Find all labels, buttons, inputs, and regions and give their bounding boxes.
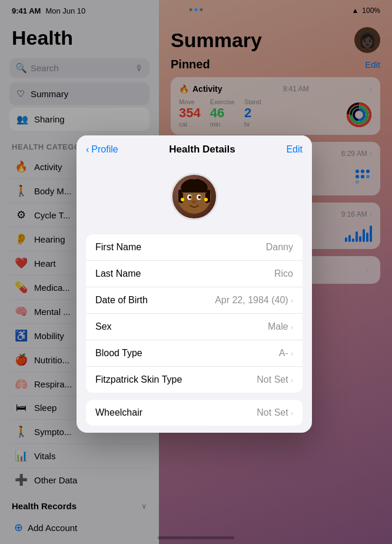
svg-rect-11 (205, 193, 208, 203)
back-chevron-icon: ‹ (86, 144, 89, 155)
sex-row[interactable]: Sex Male › (86, 314, 303, 340)
avatar-image (172, 175, 216, 218)
first-name-value: Danny (266, 242, 293, 253)
svg-point-18 (204, 198, 208, 201)
dot2 (195, 8, 198, 11)
top-dots (190, 8, 203, 11)
wheelchair-label: Wheelchair (95, 407, 142, 418)
dob-label: Date of Birth (95, 295, 148, 306)
last-name-row[interactable]: Last Name Rico (86, 261, 303, 287)
wheelchair-row[interactable]: Wheelchair Not Set › (86, 400, 303, 426)
first-name-label: First Name (95, 242, 141, 253)
last-name-label: Last Name (95, 268, 141, 279)
modal-avatar[interactable] (171, 173, 218, 220)
skin-type-row[interactable]: Fitzpatrick Skin Type Not Set › (86, 367, 303, 393)
first-name-row[interactable]: First Name Danny (86, 234, 303, 261)
skin-type-label: Fitzpatrick Skin Type (95, 374, 182, 385)
svg-point-14 (189, 196, 192, 199)
modal-edit-button[interactable]: Edit (286, 144, 303, 155)
skin-type-chevron-icon: › (291, 376, 293, 384)
modal-nav: ‹ Profile Health Details Edit (77, 135, 312, 161)
wheelchair-chevron-icon: › (291, 409, 293, 417)
back-label: Profile (91, 144, 118, 155)
modal-form-wheelchair: Wheelchair Not Set › (86, 400, 303, 426)
dot1 (190, 8, 192, 11)
dob-chevron-icon: › (291, 296, 293, 305)
modal-avatar-section (77, 161, 312, 234)
sex-value: Male › (268, 321, 293, 332)
svg-point-17 (181, 198, 184, 201)
blood-type-row[interactable]: Blood Type A- › (86, 340, 303, 367)
last-name-value: Rico (274, 268, 293, 279)
home-indicator (158, 536, 234, 539)
wheelchair-value: Not Set › (257, 407, 293, 418)
blood-type-label: Blood Type (95, 348, 142, 359)
modal-form-main: First Name Danny Last Name Rico Date of … (86, 234, 303, 393)
dob-row[interactable]: Date of Birth Apr 22, 1984 (40) › (86, 287, 303, 314)
modal-back-button[interactable]: ‹ Profile (86, 144, 118, 155)
svg-rect-10 (180, 193, 183, 203)
blood-type-value: A- › (279, 348, 293, 359)
dob-value: Apr 22, 1984 (40) › (215, 295, 293, 306)
skin-type-value: Not Set › (257, 374, 293, 385)
sex-label: Sex (95, 321, 112, 332)
sex-chevron-icon: › (291, 323, 293, 331)
dot3 (200, 8, 203, 11)
svg-point-16 (192, 201, 197, 204)
svg-point-15 (198, 196, 201, 199)
modal-title: Health Details (169, 144, 235, 155)
blood-type-chevron-icon: › (291, 349, 293, 358)
health-details-modal: ‹ Profile Health Details Edit (77, 135, 312, 433)
